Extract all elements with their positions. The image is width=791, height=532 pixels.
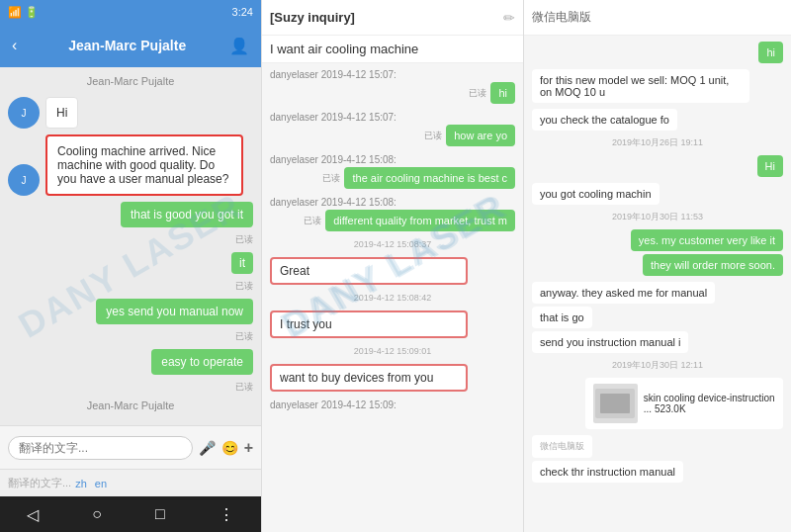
contact-label-left: Jean-Marc Pujalte <box>8 75 253 87</box>
right-section-2: for this new model we sell: MOQ 1 unit, … <box>532 69 783 103</box>
right-section-8: 微信电脑版 check thr instruction manual <box>532 435 783 483</box>
right-header-label: 微信电脑版 <box>532 9 591 26</box>
mid-entry-2: danyelaser 2019-4-12 15:07: 已读 how are y… <box>270 112 515 146</box>
mid-bubble-3: the air cooling machine is best c <box>344 167 515 189</box>
translate-to[interactable]: en <box>95 478 107 489</box>
read-m3: 已读 <box>322 172 340 185</box>
menu-nav-btn[interactable]: ⋮ <box>219 505 234 524</box>
mid-entry-8: danyelaser 2019-4-12 15:09: <box>270 399 515 410</box>
right-header: 微信电脑版 <box>524 0 791 36</box>
product-name: skin cooling device-instruction ... 523.… <box>644 393 775 414</box>
svg-rect-1 <box>600 394 630 413</box>
msg-bubble-easy: easy to operate <box>151 349 253 375</box>
right-bubble-cooling: you got cooling machin <box>532 183 659 205</box>
mid-bubble-trust: I trust you <box>270 310 468 338</box>
avatar-jean2: J <box>8 164 40 196</box>
android-input-bar[interactable]: 🎤 😊 + <box>0 425 261 469</box>
right-bubble-order: they will order more soon. <box>643 254 783 276</box>
message-row-hi: J Hi <box>8 97 253 129</box>
read-m2: 已读 <box>424 130 442 142</box>
product-thumbnail <box>593 384 638 423</box>
right-timestamp-3: 2019年10月30日 12:11 <box>532 359 783 372</box>
read-label-good: 已读 <box>8 233 253 246</box>
android-nav: ◁ ○ □ ⋮ <box>0 496 261 532</box>
mid-entry-4: danyelaser 2019-4-12 15:08: 已读 different… <box>270 197 515 231</box>
person-icon: 👤 <box>229 37 249 55</box>
read-m1: 已读 <box>469 87 486 100</box>
mid-sender-2: danyelaser 2019-4-12 15:07: <box>270 112 515 123</box>
message-row-it: it <box>8 252 253 274</box>
right-panel: DANY LASER 微信电脑版 hi for this new model w… <box>524 0 791 532</box>
mic-icon[interactable]: 🎤 <box>199 440 216 456</box>
mid-timestamp-1: 2019-4-12 15:08:37 <box>270 239 515 249</box>
android-status-bar: 📶 🔋 3:24 <box>0 0 261 24</box>
msg-bubble-cooling: Cooling machine arrived. Nice machine wi… <box>45 134 243 196</box>
mid-sender-8: danyelaser 2019-4-12 15:09: <box>270 399 515 410</box>
middle-header: [Suzy inquiry] ✏ <box>262 0 523 36</box>
back-nav-btn[interactable]: ◁ <box>27 505 39 524</box>
android-header: ‹ Jean-Marc Pujalte 👤 <box>0 24 261 67</box>
right-timestamp-2: 2019年10月30日 11:53 <box>532 211 783 223</box>
mid-timestamp-2: 2019-4-12 15:08:42 <box>270 293 515 303</box>
avatar-jean: J <box>8 97 40 129</box>
translate-placeholder: 翻译的文字... <box>8 476 71 490</box>
right-bubble-hi2: Hi <box>757 155 783 177</box>
right-timestamp-1: 2019年10月26日 19:11 <box>532 136 783 149</box>
read-label-manual: 已读 <box>8 330 253 343</box>
translate-from[interactable]: zh <box>75 478 87 489</box>
right-section-7: anyway. they asked me for manual that is… <box>532 282 783 353</box>
right-bubble-instruction: send you instruction manual i <box>532 331 688 353</box>
mid-bubble-great: Great <box>270 257 468 285</box>
top-message-container: I want air cooling machine <box>262 36 523 63</box>
right-bubble-customer: yes. my customer very like it <box>631 229 783 251</box>
message-input[interactable] <box>8 436 193 460</box>
right-bubble-catalogue: you check the catalogue fo <box>532 109 677 131</box>
emoji-icon[interactable]: 😊 <box>221 440 238 456</box>
mid-bubble-2: how are yo <box>446 125 515 146</box>
read-label-easy: 已读 <box>8 381 253 394</box>
mid-sender-1: danyelaser 2019-4-12 15:07: <box>270 69 515 80</box>
mid-bubble-1: hi <box>490 82 515 104</box>
mid-timestamp-3: 2019-4-12 15:09:01 <box>270 346 515 356</box>
product-card: skin cooling device-instruction ... 523.… <box>585 378 783 429</box>
mid-bubble-4: different quality from market, trust m <box>325 210 515 231</box>
right-bubble-model: for this new model we sell: MOQ 1 unit, … <box>532 69 749 103</box>
message-row-easy: easy to operate <box>8 349 253 375</box>
left-panel: DANY LASER 📶 🔋 3:24 ‹ Jean-Marc Pujalte … <box>0 0 262 532</box>
top-message: I want air cooling machine <box>270 42 418 56</box>
mid-bubble-buy: want to buy devices from you <box>270 364 468 392</box>
mid-entry-7: want to buy devices from you <box>270 364 515 392</box>
message-row-manual: yes send you manual now <box>8 299 253 324</box>
status-time: 3:24 <box>232 6 253 18</box>
home-nav-btn[interactable]: ○ <box>92 505 102 523</box>
right-bubble-hi: hi <box>758 42 783 63</box>
right-section-1: hi <box>532 42 783 63</box>
back-icon[interactable]: ‹ <box>12 37 17 54</box>
add-icon[interactable]: + <box>244 439 253 457</box>
mid-entry-1: danyelaser 2019-4-12 15:07: 已读 hi <box>270 69 515 104</box>
right-bubble-checkinstr: check thr instruction manual <box>532 461 683 483</box>
right-chat-area: hi for this new model we sell: MOQ 1 uni… <box>524 36 791 532</box>
edit-icon[interactable]: ✏ <box>503 10 515 26</box>
right-section-3: you check the catalogue fo <box>532 109 783 131</box>
right-section-5: you got cooling machin <box>532 183 783 205</box>
left-chat-area: Jean-Marc Pujalte J Hi J Cooling machine… <box>0 67 261 425</box>
translate-bar: 翻译的文字... zh en <box>0 469 261 496</box>
contact-label-bottom: Jean-Marc Pujalte <box>8 399 253 411</box>
middle-panel: DANY LASER [Suzy inquiry] ✏ I want air c… <box>262 0 524 532</box>
msg-bubble-it: it <box>231 252 253 274</box>
read-m4: 已读 <box>304 215 321 227</box>
msg-bubble-manual: yes send you manual now <box>96 299 253 324</box>
read-label-it: 已读 <box>8 280 253 293</box>
mid-sender-4: danyelaser 2019-4-12 15:08: <box>270 197 515 208</box>
recents-nav-btn[interactable]: □ <box>155 505 165 523</box>
mid-entry-3: danyelaser 2019-4-12 15:08: 已读 the air c… <box>270 154 515 189</box>
msg-bubble-good: that is good you got it <box>121 202 253 227</box>
mid-entry-6: I trust you <box>270 310 515 338</box>
right-bubble-thatis: that is go <box>532 307 592 328</box>
right-bubble-wechat: 微信电脑版 <box>532 435 592 458</box>
middle-chat-area: danyelaser 2019-4-12 15:07: 已读 hi danyel… <box>262 63 523 532</box>
right-section-4: Hi <box>532 155 783 177</box>
mid-sender-3: danyelaser 2019-4-12 15:08: <box>270 154 515 165</box>
message-row-cooling: J Cooling machine arrived. Nice machine … <box>8 134 253 196</box>
